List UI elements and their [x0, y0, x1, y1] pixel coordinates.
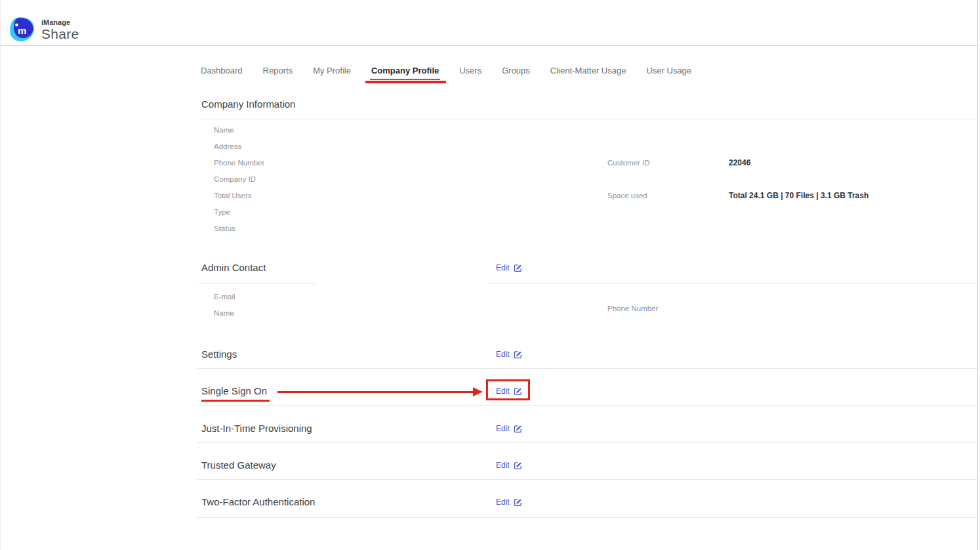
brand-app: Share — [41, 27, 79, 41]
two-factor-authentication-edit-button[interactable]: Edit — [496, 497, 522, 507]
trusted-gateway-edit-button[interactable]: Edit — [496, 461, 522, 470]
tab-client-matter-usage[interactable]: Client-Matter Usage — [550, 66, 626, 78]
active-tab-underline — [370, 79, 440, 80]
imanage-share-admin-page: m iManage Share Dashboard Reports My Pro… — [0, 0, 980, 550]
divider — [197, 119, 977, 119]
section-title-company-information: Company Information — [201, 98, 295, 110]
divider — [489, 283, 977, 284]
settings-edit-label: Edit — [496, 350, 510, 359]
section-title-settings: Settings — [201, 349, 237, 360]
field-label-total-users: Total Users — [214, 192, 252, 200]
section-title-two-factor-authentication: Two-Factor Authentication — [201, 496, 315, 507]
field-value-space-used: Total 24.1 GB | 70 Files | 3.1 GB Trash — [729, 191, 868, 200]
field-label-admin-name: Name — [214, 309, 234, 317]
annotation-arrow-head — [473, 387, 483, 396]
section-title-trusted-gateway: Trusted Gateway — [201, 459, 276, 471]
divider — [197, 283, 316, 284]
field-label-customer-id: Customer ID — [607, 159, 650, 167]
main-content: Dashboard Reports My Profile Company Pro… — [197, 0, 978, 550]
edit-icon — [514, 387, 522, 396]
annotation-tab-underline — [365, 81, 446, 83]
tab-user-usage[interactable]: User Usage — [646, 66, 691, 78]
tab-dashboard[interactable]: Dashboard — [201, 66, 243, 78]
tab-reports[interactable]: Reports — [263, 66, 293, 78]
edit-icon — [514, 425, 522, 433]
single-sign-on-edit-button[interactable]: Edit — [496, 387, 522, 396]
field-label-phone-number: Phone Number — [214, 159, 264, 167]
tab-my-profile[interactable]: My Profile — [313, 66, 351, 78]
single-sign-on-edit-label: Edit — [496, 387, 510, 396]
two-factor-authentication-edit-label: Edit — [496, 497, 510, 507]
tab-users[interactable]: Users — [459, 66, 481, 78]
edit-icon — [514, 350, 522, 359]
section-title-admin-contact: Admin Contact — [201, 262, 266, 273]
annotation-arrow-line — [277, 391, 474, 393]
field-label-status: Status — [214, 224, 235, 232]
divider — [197, 517, 977, 518]
field-label-company-id: Company ID — [214, 175, 256, 183]
field-value-customer-id: 22046 — [729, 158, 750, 167]
divider — [197, 479, 977, 480]
admin-contact-edit-button[interactable]: Edit — [496, 263, 522, 272]
field-label-space-used: Space used — [607, 192, 647, 200]
edit-icon — [514, 461, 522, 470]
section-title-just-in-time-provisioning: Just-In-Time Provisioning — [201, 423, 312, 434]
svg-text:m: m — [18, 25, 26, 36]
field-label-address: Address — [214, 142, 241, 150]
imanage-logo-icon: m — [7, 16, 37, 43]
trusted-gateway-edit-label: Edit — [496, 461, 510, 470]
tab-groups[interactable]: Groups — [502, 66, 530, 78]
field-label-name: Name — [214, 126, 234, 134]
admin-contact-edit-label: Edit — [496, 263, 510, 272]
field-label-admin-phone-number: Phone Number — [607, 305, 658, 312]
section-title-single-sign-on: Single Sign On — [201, 385, 267, 396]
just-in-time-provisioning-edit-label: Edit — [496, 424, 510, 433]
brand-text: iManage Share — [41, 18, 79, 41]
divider — [197, 442, 977, 443]
brand: m iManage Share — [7, 16, 79, 43]
edit-icon — [514, 264, 522, 272]
divider — [197, 405, 977, 406]
tab-company-profile[interactable]: Company Profile — [371, 66, 439, 78]
edit-icon — [514, 498, 522, 507]
just-in-time-provisioning-edit-button[interactable]: Edit — [496, 424, 522, 433]
admin-nav-tabs: Dashboard Reports My Profile Company Pro… — [201, 66, 691, 78]
brand-product: iManage — [41, 18, 79, 27]
page-right-border — [977, 0, 978, 550]
field-label-type: Type — [214, 208, 230, 216]
divider — [197, 368, 977, 369]
settings-edit-button[interactable]: Edit — [496, 350, 522, 359]
annotation-sso-underline — [201, 400, 270, 402]
field-label-email: E-mail — [214, 293, 235, 301]
tab-company-profile-label: Company Profile — [371, 66, 439, 75]
